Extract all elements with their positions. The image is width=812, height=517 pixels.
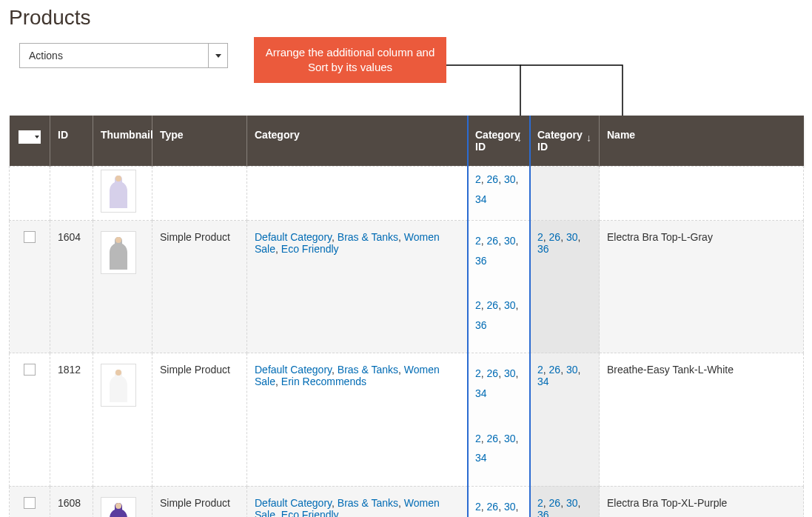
col-header-id[interactable]: ID	[50, 116, 93, 167]
product-thumbnail[interactable]	[101, 231, 136, 274]
svg-point-5	[115, 370, 121, 376]
table-row[interactable]: 1812Simple ProductDefault Category, Bras…	[10, 353, 804, 486]
category-link[interactable]: Bras & Tanks	[338, 364, 398, 376]
cell-thumbnail	[93, 221, 152, 353]
product-thumbnail[interactable]	[101, 497, 136, 517]
table-row[interactable]: 2, 26, 30, 34	[10, 167, 804, 221]
cell-category-id	[530, 167, 600, 221]
category-id-link[interactable]: 34	[475, 193, 487, 205]
col-header-thumbnail[interactable]: Thumbnail	[93, 116, 152, 167]
row-checkbox[interactable]	[24, 497, 36, 509]
cell-name: Electra Bra Top-L-Gray	[600, 221, 804, 353]
table-row[interactable]: 1604Simple ProductDefault Category, Bras…	[10, 221, 804, 353]
category-id-link[interactable]: 30	[504, 367, 516, 379]
category-id-link[interactable]: 2	[537, 364, 543, 376]
product-grid: ID Thumbnail Type Category Category ID ↓…	[9, 116, 803, 517]
category-id-link[interactable]: 30	[504, 235, 516, 247]
cell-type	[152, 167, 247, 221]
category-id-link[interactable]: 26	[487, 501, 499, 513]
category-id-link[interactable]: 30	[504, 501, 516, 513]
category-id-link[interactable]: 26	[549, 231, 561, 243]
category-id-link[interactable]: 30	[504, 433, 516, 444]
category-id-link[interactable]: 26	[487, 235, 499, 247]
category-id-link[interactable]: 2	[475, 367, 481, 379]
category-id-link[interactable]: 26	[487, 173, 499, 185]
product-thumbnail[interactable]	[101, 364, 136, 407]
category-id-link[interactable]: 30	[504, 299, 516, 311]
cell-category	[247, 167, 468, 221]
category-id-link[interactable]: 2	[475, 299, 481, 311]
col-header-type[interactable]: Type	[152, 116, 247, 167]
col-header-checkbox[interactable]	[10, 116, 50, 167]
cell-id: 1812	[50, 353, 93, 486]
category-id-link[interactable]: 26	[487, 367, 499, 379]
category-id-link[interactable]: 26	[549, 364, 561, 376]
category-id-link[interactable]: 30	[566, 497, 578, 509]
category-id-link[interactable]: 2	[475, 235, 481, 247]
category-id-link[interactable]: 36	[475, 255, 487, 267]
category-id-link[interactable]: 26	[487, 299, 499, 311]
col-header-category-id-dragged[interactable]: Category ID ↓	[468, 116, 530, 167]
category-id-link[interactable]: 2	[475, 173, 481, 185]
category-id-link[interactable]: 2	[537, 231, 543, 243]
category-id-link[interactable]: 30	[566, 231, 578, 243]
select-all-checkbox[interactable]	[19, 130, 41, 144]
cell-thumbnail	[93, 353, 152, 486]
cell-thumbnail	[93, 486, 152, 517]
cell-category-id-dragged: 2, 26, 30, 342, 26, 30, 34	[468, 353, 530, 486]
col-header-label: Category ID	[537, 129, 583, 153]
category-link[interactable]: Bras & Tanks	[338, 497, 398, 509]
category-id-link[interactable]: 2	[475, 501, 481, 513]
category-link[interactable]: Eco Friendly	[281, 243, 339, 255]
cell-category-id-dragged: 2, 26, 30, 362, 26, 30, 36	[468, 486, 530, 517]
category-id-link[interactable]: 30	[566, 364, 578, 376]
cell-type: Simple Product	[152, 353, 247, 486]
category-id-link[interactable]: 36	[475, 319, 487, 331]
cell-thumbnail	[93, 167, 152, 221]
cell-checkbox	[10, 486, 50, 517]
category-id-link[interactable]: 26	[549, 497, 561, 509]
category-link[interactable]: Erin Recommends	[281, 376, 366, 387]
col-header-category[interactable]: Category	[247, 116, 468, 167]
actions-dropdown[interactable]: Actions	[19, 43, 228, 68]
cell-checkbox	[10, 221, 50, 353]
chevron-down-icon	[35, 136, 39, 139]
product-thumbnail[interactable]	[101, 170, 136, 213]
category-link[interactable]: Default Category	[255, 497, 332, 509]
toolbar: Actions Arrange the additional column an…	[9, 43, 803, 71]
cell-type: Simple Product	[152, 221, 247, 353]
category-link[interactable]: Bras & Tanks	[338, 231, 398, 243]
cell-id: 1608	[50, 486, 93, 517]
col-header-category-id[interactable]: Category ID ↓	[530, 116, 600, 167]
table-row[interactable]: 1608Simple ProductDefault Category, Bras…	[10, 486, 804, 517]
category-id-link[interactable]: 36	[537, 509, 549, 517]
cell-id	[50, 167, 93, 221]
cell-category: Default Category, Bras & Tanks, Women Sa…	[247, 353, 468, 486]
category-id-link[interactable]: 2	[475, 433, 481, 444]
sort-descending-icon: ↓	[586, 132, 591, 144]
actions-dropdown-label: Actions	[20, 50, 208, 61]
category-id-link[interactable]: 36	[537, 243, 549, 255]
cell-category-id: 2, 26, 30, 36	[530, 221, 600, 353]
category-id-link[interactable]: 34	[475, 452, 487, 464]
category-link[interactable]: Default Category	[255, 231, 332, 243]
category-id-link[interactable]: 2	[537, 497, 543, 509]
cell-category-id: 2, 26, 30, 36	[530, 486, 600, 517]
category-id-link[interactable]: 34	[475, 387, 487, 399]
row-checkbox[interactable]	[24, 231, 36, 243]
category-link[interactable]: Eco Friendly	[281, 509, 339, 517]
category-id-link[interactable]: 30	[504, 173, 516, 185]
cell-checkbox	[10, 167, 50, 221]
cell-category-id-dragged: 2, 26, 30, 34	[468, 167, 530, 221]
row-checkbox[interactable]	[24, 364, 36, 376]
category-id-link[interactable]: 34	[537, 376, 549, 387]
grid-header-row: ID Thumbnail Type Category Category ID ↓…	[10, 116, 804, 167]
category-id-link[interactable]: 26	[487, 433, 499, 444]
cell-name: Electra Bra Top-XL-Purple	[600, 486, 804, 517]
col-header-name[interactable]: Name	[600, 116, 804, 167]
category-link[interactable]: Default Category	[255, 364, 332, 376]
actions-dropdown-caret[interactable]	[208, 44, 227, 67]
svg-point-3	[115, 237, 121, 243]
cell-name: Breathe-Easy Tank-L-White	[600, 353, 804, 486]
cell-name	[600, 167, 804, 221]
